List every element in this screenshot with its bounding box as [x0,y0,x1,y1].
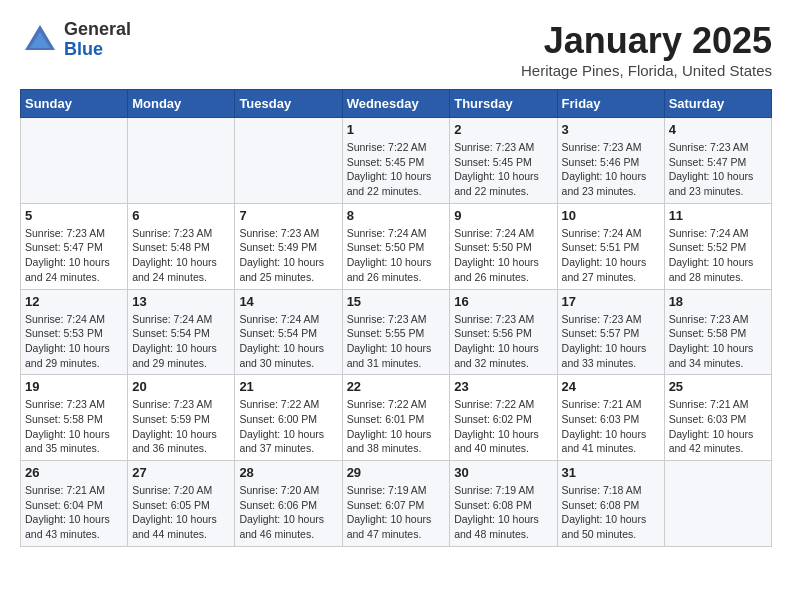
day-info: Sunrise: 7:24 AM Sunset: 5:54 PM Dayligh… [132,312,230,371]
day-info: Sunrise: 7:24 AM Sunset: 5:51 PM Dayligh… [562,226,660,285]
calendar-day: 15Sunrise: 7:23 AM Sunset: 5:55 PM Dayli… [342,289,450,375]
day-number: 6 [132,208,230,223]
col-sunday: Sunday [21,90,128,118]
day-info: Sunrise: 7:24 AM Sunset: 5:52 PM Dayligh… [669,226,767,285]
calendar-day: 7Sunrise: 7:23 AM Sunset: 5:49 PM Daylig… [235,203,342,289]
calendar-day: 20Sunrise: 7:23 AM Sunset: 5:59 PM Dayli… [128,375,235,461]
day-number: 18 [669,294,767,309]
calendar-day [235,118,342,204]
calendar-day: 8Sunrise: 7:24 AM Sunset: 5:50 PM Daylig… [342,203,450,289]
day-info: Sunrise: 7:23 AM Sunset: 5:55 PM Dayligh… [347,312,446,371]
col-monday: Monday [128,90,235,118]
day-number: 15 [347,294,446,309]
day-number: 11 [669,208,767,223]
day-number: 25 [669,379,767,394]
day-info: Sunrise: 7:18 AM Sunset: 6:08 PM Dayligh… [562,483,660,542]
calendar-day: 14Sunrise: 7:24 AM Sunset: 5:54 PM Dayli… [235,289,342,375]
day-info: Sunrise: 7:24 AM Sunset: 5:50 PM Dayligh… [347,226,446,285]
day-number: 5 [25,208,123,223]
calendar-day: 24Sunrise: 7:21 AM Sunset: 6:03 PM Dayli… [557,375,664,461]
calendar-day: 10Sunrise: 7:24 AM Sunset: 5:51 PM Dayli… [557,203,664,289]
day-info: Sunrise: 7:22 AM Sunset: 6:02 PM Dayligh… [454,397,552,456]
day-info: Sunrise: 7:19 AM Sunset: 6:07 PM Dayligh… [347,483,446,542]
day-number: 2 [454,122,552,137]
calendar-day: 6Sunrise: 7:23 AM Sunset: 5:48 PM Daylig… [128,203,235,289]
day-number: 13 [132,294,230,309]
day-number: 10 [562,208,660,223]
day-number: 21 [239,379,337,394]
calendar-day: 18Sunrise: 7:23 AM Sunset: 5:58 PM Dayli… [664,289,771,375]
calendar-week-2: 5Sunrise: 7:23 AM Sunset: 5:47 PM Daylig… [21,203,772,289]
day-number: 9 [454,208,552,223]
day-info: Sunrise: 7:22 AM Sunset: 6:01 PM Dayligh… [347,397,446,456]
day-info: Sunrise: 7:20 AM Sunset: 6:06 PM Dayligh… [239,483,337,542]
day-number: 20 [132,379,230,394]
day-number: 17 [562,294,660,309]
logo: General Blue [20,20,131,60]
day-number: 4 [669,122,767,137]
calendar-table: Sunday Monday Tuesday Wednesday Thursday… [20,89,772,547]
day-info: Sunrise: 7:21 AM Sunset: 6:03 PM Dayligh… [669,397,767,456]
calendar-day: 27Sunrise: 7:20 AM Sunset: 6:05 PM Dayli… [128,461,235,547]
calendar-day: 29Sunrise: 7:19 AM Sunset: 6:07 PM Dayli… [342,461,450,547]
day-number: 12 [25,294,123,309]
calendar-day: 9Sunrise: 7:24 AM Sunset: 5:50 PM Daylig… [450,203,557,289]
day-info: Sunrise: 7:23 AM Sunset: 5:58 PM Dayligh… [669,312,767,371]
day-info: Sunrise: 7:23 AM Sunset: 5:59 PM Dayligh… [132,397,230,456]
col-tuesday: Tuesday [235,90,342,118]
calendar-week-3: 12Sunrise: 7:24 AM Sunset: 5:53 PM Dayli… [21,289,772,375]
day-number: 30 [454,465,552,480]
day-info: Sunrise: 7:23 AM Sunset: 5:56 PM Dayligh… [454,312,552,371]
calendar-body: 1Sunrise: 7:22 AM Sunset: 5:45 PM Daylig… [21,118,772,547]
day-number: 8 [347,208,446,223]
day-info: Sunrise: 7:24 AM Sunset: 5:53 PM Dayligh… [25,312,123,371]
day-info: Sunrise: 7:23 AM Sunset: 5:45 PM Dayligh… [454,140,552,199]
day-info: Sunrise: 7:24 AM Sunset: 5:50 PM Dayligh… [454,226,552,285]
calendar-day: 3Sunrise: 7:23 AM Sunset: 5:46 PM Daylig… [557,118,664,204]
calendar-day: 28Sunrise: 7:20 AM Sunset: 6:06 PM Dayli… [235,461,342,547]
calendar-day: 5Sunrise: 7:23 AM Sunset: 5:47 PM Daylig… [21,203,128,289]
calendar-day: 12Sunrise: 7:24 AM Sunset: 5:53 PM Dayli… [21,289,128,375]
calendar-day: 25Sunrise: 7:21 AM Sunset: 6:03 PM Dayli… [664,375,771,461]
day-info: Sunrise: 7:23 AM Sunset: 5:57 PM Dayligh… [562,312,660,371]
day-number: 22 [347,379,446,394]
calendar-header: Sunday Monday Tuesday Wednesday Thursday… [21,90,772,118]
col-thursday: Thursday [450,90,557,118]
calendar-week-4: 19Sunrise: 7:23 AM Sunset: 5:58 PM Dayli… [21,375,772,461]
col-wednesday: Wednesday [342,90,450,118]
day-info: Sunrise: 7:23 AM Sunset: 5:47 PM Dayligh… [25,226,123,285]
month-title: January 2025 [521,20,772,62]
day-info: Sunrise: 7:21 AM Sunset: 6:03 PM Dayligh… [562,397,660,456]
day-number: 24 [562,379,660,394]
calendar-day [664,461,771,547]
calendar-day: 11Sunrise: 7:24 AM Sunset: 5:52 PM Dayli… [664,203,771,289]
calendar-day: 30Sunrise: 7:19 AM Sunset: 6:08 PM Dayli… [450,461,557,547]
day-info: Sunrise: 7:24 AM Sunset: 5:54 PM Dayligh… [239,312,337,371]
calendar-day: 16Sunrise: 7:23 AM Sunset: 5:56 PM Dayli… [450,289,557,375]
logo-blue: Blue [64,40,131,60]
col-saturday: Saturday [664,90,771,118]
day-info: Sunrise: 7:21 AM Sunset: 6:04 PM Dayligh… [25,483,123,542]
day-number: 1 [347,122,446,137]
calendar-day: 26Sunrise: 7:21 AM Sunset: 6:04 PM Dayli… [21,461,128,547]
header-row: Sunday Monday Tuesday Wednesday Thursday… [21,90,772,118]
calendar-day: 17Sunrise: 7:23 AM Sunset: 5:57 PM Dayli… [557,289,664,375]
day-info: Sunrise: 7:22 AM Sunset: 6:00 PM Dayligh… [239,397,337,456]
day-info: Sunrise: 7:23 AM Sunset: 5:58 PM Dayligh… [25,397,123,456]
day-info: Sunrise: 7:20 AM Sunset: 6:05 PM Dayligh… [132,483,230,542]
calendar-day: 19Sunrise: 7:23 AM Sunset: 5:58 PM Dayli… [21,375,128,461]
location-subtitle: Heritage Pines, Florida, United States [521,62,772,79]
calendar-week-1: 1Sunrise: 7:22 AM Sunset: 5:45 PM Daylig… [21,118,772,204]
calendar-day: 2Sunrise: 7:23 AM Sunset: 5:45 PM Daylig… [450,118,557,204]
day-number: 7 [239,208,337,223]
calendar-day [128,118,235,204]
calendar-day: 13Sunrise: 7:24 AM Sunset: 5:54 PM Dayli… [128,289,235,375]
day-info: Sunrise: 7:23 AM Sunset: 5:48 PM Dayligh… [132,226,230,285]
day-info: Sunrise: 7:22 AM Sunset: 5:45 PM Dayligh… [347,140,446,199]
day-number: 31 [562,465,660,480]
day-number: 23 [454,379,552,394]
day-info: Sunrise: 7:19 AM Sunset: 6:08 PM Dayligh… [454,483,552,542]
day-number: 16 [454,294,552,309]
calendar-day [21,118,128,204]
calendar-day: 31Sunrise: 7:18 AM Sunset: 6:08 PM Dayli… [557,461,664,547]
